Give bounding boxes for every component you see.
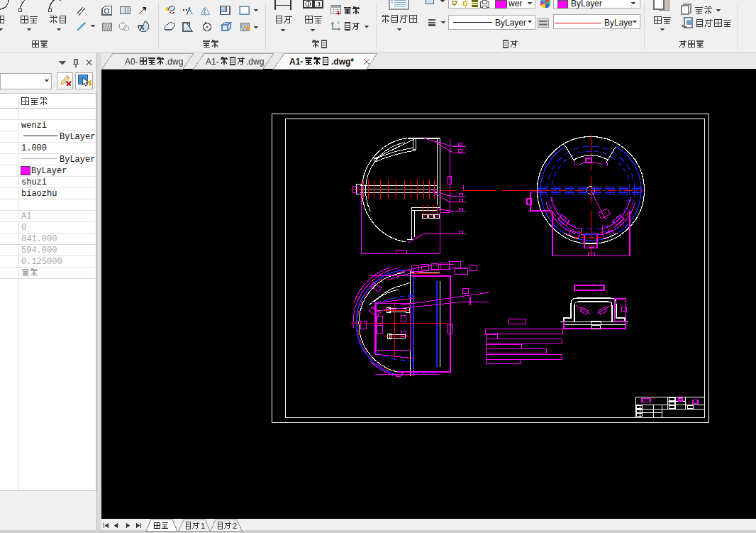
svg-text:1: 1 xyxy=(201,522,205,530)
svg-text:841.000: 841.000 xyxy=(21,234,57,244)
svg-text:ByLayer: ByLayer xyxy=(571,0,602,9)
svg-text:.1: .1 xyxy=(316,1,321,8)
svg-text:+: + xyxy=(336,9,340,17)
svg-text:A: A xyxy=(140,24,145,31)
svg-text:1.000: 1.000 xyxy=(21,143,47,153)
svg-text:0: 0 xyxy=(21,223,26,233)
svg-text:biaozhu: biaozhu xyxy=(21,189,57,199)
svg-text:ByLayer: ByLayer xyxy=(31,166,67,176)
svg-text:shuzi: shuzi xyxy=(21,177,47,187)
svg-text:ByLaye: ByLaye xyxy=(604,18,633,28)
svg-text:ByLayer: ByLayer xyxy=(495,18,526,28)
svg-text:2: 2 xyxy=(233,522,237,530)
svg-text:.dwg: .dwg xyxy=(165,57,183,67)
svg-text:A1: A1 xyxy=(21,211,31,221)
svg-text:A0-: A0- xyxy=(125,57,138,67)
svg-text:.dwg*: .dwg* xyxy=(331,57,354,67)
svg-text:A1-: A1- xyxy=(206,57,219,67)
svg-text:ByLayer: ByLayer xyxy=(60,132,95,142)
svg-text:.dwg: .dwg xyxy=(246,57,264,67)
svg-text:0.125000: 0.125000 xyxy=(21,257,62,267)
svg-text:wer: wer xyxy=(508,0,522,9)
svg-text:ByLayer: ByLayer xyxy=(60,155,95,165)
svg-text:wenzi: wenzi xyxy=(21,121,47,131)
svg-text:A1-: A1- xyxy=(289,57,303,67)
svg-text:594.000: 594.000 xyxy=(21,246,57,255)
